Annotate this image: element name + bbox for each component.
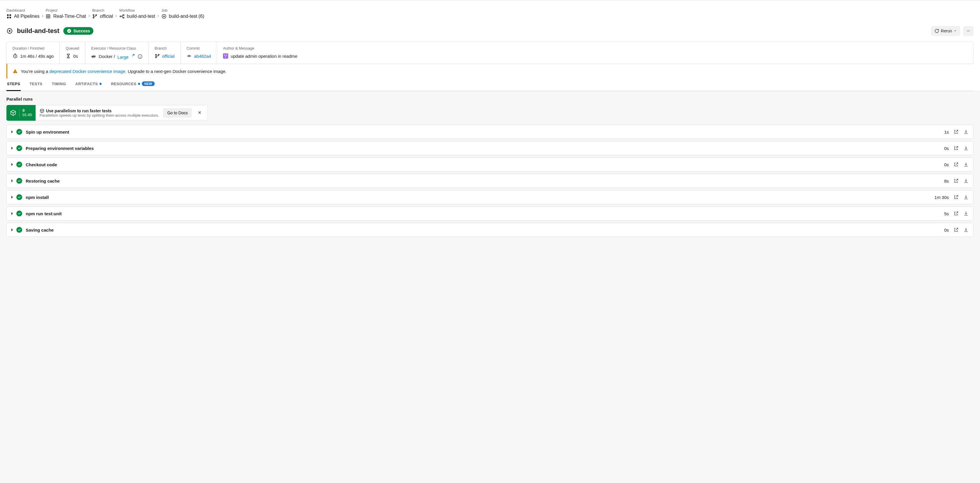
svg-rect-24: [93, 55, 93, 56]
open-step-icon[interactable]: [953, 129, 959, 135]
svg-rect-5: [48, 16, 49, 17]
job-title: build-and-test: [17, 27, 59, 35]
steps-list: Spin up environment 1s Preparing environ…: [6, 125, 974, 237]
success-check-icon: [67, 29, 72, 33]
dismiss-tip-button[interactable]: [196, 110, 204, 116]
step-row[interactable]: npm run test:unit 5s: [6, 207, 974, 221]
deprecation-warning: You're using a deprecated Docker conveni…: [6, 64, 974, 78]
step-status-success: [16, 178, 22, 184]
resource-class-link[interactable]: Large: [117, 53, 135, 59]
crumb-cat: Project: [46, 8, 86, 13]
refresh-icon: [934, 29, 939, 33]
more-button[interactable]: [963, 26, 974, 36]
crumb-branch[interactable]: official: [92, 14, 113, 19]
check-icon: [18, 212, 21, 215]
commit-link[interactable]: ab482a4: [194, 54, 211, 59]
svg-rect-31: [224, 55, 225, 56]
cube-icon: [40, 108, 45, 113]
download-icon[interactable]: [963, 178, 969, 183]
open-step-icon[interactable]: [953, 211, 959, 216]
job-tabs: STEPS TESTS TIMING ARTIFACTS RESOURCESNE…: [6, 78, 974, 91]
branch-link[interactable]: official: [162, 54, 175, 59]
tab-resources[interactable]: RESOURCESNEW: [110, 81, 155, 91]
svg-point-11: [123, 17, 124, 18]
download-icon[interactable]: [963, 146, 969, 151]
info-icon[interactable]: [137, 54, 143, 59]
step-name: npm run test:unit: [26, 211, 62, 216]
download-icon[interactable]: [963, 195, 969, 200]
svg-point-6: [93, 14, 94, 16]
step-row[interactable]: Spin up environment 1s: [6, 125, 974, 139]
expand-caret-icon: [11, 180, 13, 182]
job-page-header: Dashboard All Pipelines › Project Real-T…: [0, 0, 980, 91]
commit-icon: [186, 53, 192, 59]
svg-point-26: [155, 54, 156, 56]
step-row[interactable]: Restoring cache 8s: [6, 174, 974, 188]
rerun-button[interactable]: Rerun: [931, 26, 960, 36]
executor-value: Docker / Large: [91, 53, 142, 59]
step-status-success: [16, 129, 22, 135]
tab-artifacts[interactable]: ARTIFACTS: [75, 81, 102, 91]
job-icon: [161, 14, 167, 19]
crumb-workflow[interactable]: build-and-test: [119, 14, 155, 19]
branch-icon: [92, 14, 97, 19]
svg-point-29: [189, 56, 190, 57]
branch-label: Branch: [155, 46, 175, 51]
tab-timing[interactable]: TIMING: [51, 81, 67, 91]
notification-dot-icon: [100, 83, 102, 85]
queued-label: Queued: [66, 46, 79, 51]
download-icon[interactable]: [963, 129, 969, 135]
svg-point-17: [967, 31, 968, 31]
author-value: update admin operation in readme: [223, 53, 967, 59]
cube-icon: [10, 110, 16, 116]
more-icon: [967, 28, 970, 33]
close-icon: [197, 111, 202, 114]
open-step-icon[interactable]: [953, 146, 959, 151]
svg-point-9: [120, 16, 121, 17]
expand-caret-icon: [11, 228, 13, 231]
tip-title: Use parallelism to run faster tests: [46, 108, 112, 113]
step-duration: 0s: [944, 162, 949, 167]
svg-rect-32: [226, 55, 227, 56]
crumb-cat: Dashboard: [6, 8, 40, 13]
step-row[interactable]: Checkout code 0s: [6, 157, 974, 172]
chevron-right-icon: ›: [88, 13, 90, 19]
open-step-icon[interactable]: [953, 195, 959, 200]
step-row[interactable]: Saving cache 0s: [6, 223, 974, 237]
step-row[interactable]: Preparing environment variables 0s: [6, 141, 974, 155]
svg-point-15: [9, 30, 11, 32]
download-icon[interactable]: [963, 162, 969, 167]
queued-value: 0s: [66, 53, 79, 59]
step-duration: 5s: [944, 211, 949, 216]
deprecated-image-link[interactable]: deprecated Docker convenience image.: [49, 69, 126, 74]
go-to-docs-button[interactable]: Go to Docs: [163, 108, 192, 118]
crumb-dashboard[interactable]: All Pipelines: [6, 14, 40, 19]
expand-caret-icon: [11, 212, 13, 215]
step-name: Spin up environment: [26, 130, 69, 135]
download-icon[interactable]: [963, 211, 969, 216]
open-step-icon[interactable]: [953, 178, 959, 183]
open-step-icon[interactable]: [953, 162, 959, 167]
svg-point-19: [969, 31, 970, 31]
parallel-runs-row: 0 01:45 Use parallelism to run faster te…: [6, 105, 974, 121]
svg-rect-33: [225, 57, 226, 57]
parallel-duration: 01:45: [22, 113, 32, 117]
download-icon[interactable]: [963, 227, 969, 232]
duration-label: Duration / Finished: [13, 46, 54, 51]
tab-tests[interactable]: TESTS: [29, 81, 43, 91]
open-step-icon[interactable]: [953, 227, 959, 232]
parallel-run-card[interactable]: 0 01:45: [6, 105, 36, 121]
svg-point-8: [96, 14, 97, 16]
step-status-success: [16, 162, 22, 167]
svg-point-10: [123, 14, 124, 16]
crumb-project[interactable]: Real-Time-Chat: [46, 14, 86, 19]
branch-value: official: [155, 53, 175, 59]
step-row[interactable]: npm install 1m 30s: [6, 190, 974, 204]
commit-label: Commit: [186, 46, 211, 51]
check-icon: [18, 163, 21, 166]
crumb-cat: Job: [161, 8, 204, 13]
docker-icon: [91, 54, 96, 59]
svg-rect-4: [46, 14, 50, 18]
step-name: Checkout code: [26, 162, 57, 167]
tab-steps[interactable]: STEPS: [6, 81, 21, 91]
